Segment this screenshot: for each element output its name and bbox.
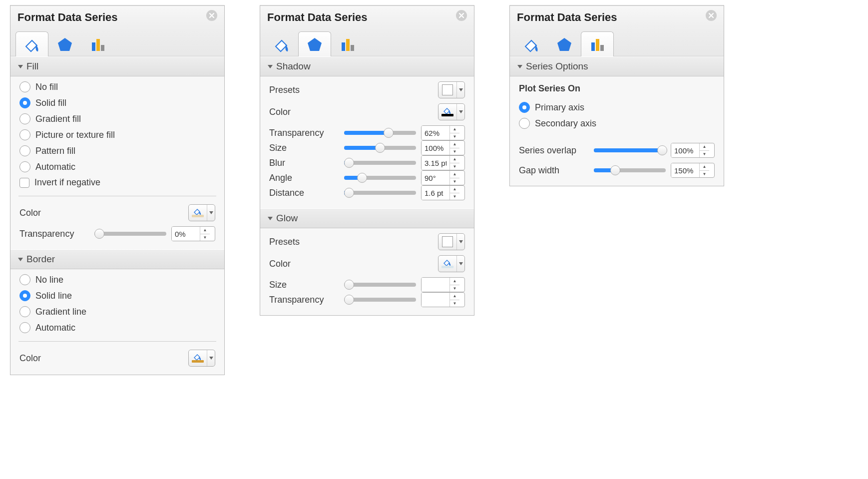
tab-series[interactable] [581,31,614,56]
gap-width-value[interactable] [671,163,699,177]
fill-transparency-input[interactable]: ▲▼ [171,226,215,241]
shadow-value[interactable] [422,186,449,200]
glow-slider[interactable] [344,298,416,302]
fill-opt-pattern[interactable]: Pattern fill [19,145,215,156]
step-up[interactable]: ▲ [450,156,459,163]
border-opt-gradient[interactable]: Gradient line [19,306,215,317]
shadow-input[interactable]: ▲▼ [421,170,465,185]
step-down[interactable]: ▼ [450,300,459,307]
shadow-slider[interactable] [344,191,416,195]
fill-opt-label: Gradient fill [35,114,81,124]
step-up[interactable]: ▲ [450,171,459,178]
border-opt-auto[interactable]: Automatic [19,322,215,333]
shadow-value[interactable] [422,171,449,185]
section-series-head[interactable]: Series Options [510,56,724,76]
shadow-value[interactable] [422,156,449,170]
series-overlap-slider[interactable] [594,148,666,152]
step-down[interactable]: ▼ [700,151,709,158]
plot-secondary[interactable]: Secondary axis [519,118,715,129]
glow-value[interactable] [422,293,449,307]
step-up[interactable]: ▲ [700,163,709,171]
shadow-input[interactable]: ▲▼ [421,140,465,155]
panel-title: Format Data Series [17,11,118,24]
glow-input[interactable]: ▲▼ [421,292,465,307]
shadow-slider[interactable] [344,146,416,150]
section-shadow-head[interactable]: Shadow [260,56,474,76]
shadow-input[interactable]: ▲▼ [421,125,465,140]
shadow-color-picker[interactable] [438,103,465,120]
tab-fill[interactable] [265,31,298,56]
step-up[interactable]: ▲ [450,278,459,285]
border-color-label: Color [19,353,81,364]
step-up[interactable]: ▲ [450,126,459,133]
step-down[interactable]: ▼ [450,163,459,170]
fill-transparency-value[interactable] [172,227,200,241]
plot-opt-label: Primary axis [535,102,584,113]
fill-opt-auto[interactable]: Automatic [19,161,215,172]
shadow-slider[interactable] [344,176,416,180]
border-opt-none[interactable]: No line [19,274,215,285]
step-up[interactable]: ▲ [700,143,709,151]
fill-opt-picture[interactable]: Picture or texture fill [19,129,215,140]
step-up[interactable]: ▲ [200,227,210,234]
close-button[interactable] [706,10,717,21]
svg-marker-0 [58,38,72,51]
step-down[interactable]: ▼ [450,285,459,292]
step-down[interactable]: ▼ [450,193,459,200]
shadow-presets-picker[interactable] [438,81,465,98]
border-opt-label: No line [35,275,63,285]
step-down[interactable]: ▼ [200,234,210,241]
glow-value[interactable] [422,278,449,292]
step-down[interactable]: ▼ [450,178,459,185]
shadow-input[interactable]: ▲▼ [421,185,465,200]
fill-transparency-slider[interactable] [94,232,166,236]
step-up[interactable]: ▲ [450,141,459,148]
tab-fill[interactable] [15,31,48,56]
step-down[interactable]: ▼ [450,133,459,140]
border-color-picker[interactable] [188,350,215,367]
glow-color-label: Color [269,259,331,269]
fill-opt-no-fill[interactable]: No fill [19,81,215,92]
glow-slider[interactable] [344,283,416,287]
border-color-row: Color [19,350,215,367]
svg-marker-13 [459,88,463,91]
tab-row [510,26,724,56]
step-down[interactable]: ▼ [700,171,709,178]
close-button[interactable] [456,10,467,21]
tab-series[interactable] [331,31,364,56]
fill-opt-gradient[interactable]: Gradient fill [19,113,215,124]
fill-opt-solid[interactable]: Solid fill [19,97,215,108]
step-up[interactable]: ▲ [450,293,459,300]
glow-input[interactable]: ▲▼ [421,277,465,292]
section-border-head[interactable]: Border [10,249,224,269]
triangle-down-icon [17,63,23,69]
glow-label: Size [269,280,339,290]
tab-series[interactable] [81,31,114,56]
shadow-value[interactable] [422,141,449,155]
section-glow-head[interactable]: Glow [260,208,474,228]
tab-effects[interactable] [48,31,81,56]
invert-if-negative[interactable]: Invert if negative [19,177,215,188]
glow-color-picker[interactable] [438,255,465,272]
shadow-value[interactable] [422,126,449,140]
section-shadow-body: Presets Color Transpare [260,76,474,208]
tab-fill[interactable] [515,31,548,56]
series-overlap-input[interactable]: ▲▼ [671,143,715,158]
panel-titlebar: Format Data Series [260,6,474,26]
step-down[interactable]: ▼ [450,148,459,155]
section-fill-head[interactable]: Fill [10,56,224,76]
border-opt-solid[interactable]: Solid line [19,290,215,301]
tab-effects[interactable] [548,31,581,56]
fill-color-picker[interactable] [188,204,215,221]
shadow-slider[interactable] [344,131,416,135]
step-up[interactable]: ▲ [450,186,459,193]
close-button[interactable] [206,10,217,21]
glow-presets-picker[interactable] [438,233,465,250]
plot-primary[interactable]: Primary axis [519,102,715,113]
gap-width-slider[interactable] [594,168,666,172]
shadow-slider[interactable] [344,161,416,165]
gap-width-input[interactable]: ▲▼ [671,163,715,178]
series-overlap-value[interactable] [671,143,699,157]
shadow-input[interactable]: ▲▼ [421,155,465,170]
tab-effects[interactable] [298,31,331,56]
